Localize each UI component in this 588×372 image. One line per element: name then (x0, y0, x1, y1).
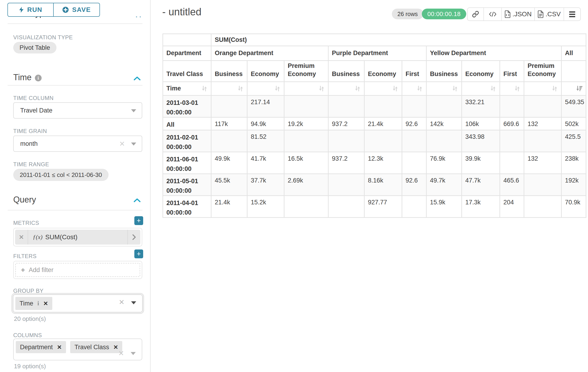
share-link-button[interactable] (468, 8, 484, 21)
remove-chip-icon[interactable]: ✕ (113, 344, 118, 351)
sort-arrows-icon[interactable] (551, 85, 558, 92)
travel-class-header: Premium Economy (524, 61, 561, 82)
sort-header[interactable] (364, 82, 402, 96)
save-button[interactable]: SAVE (53, 3, 100, 17)
x-icon[interactable]: ✕ (119, 140, 125, 148)
group-by-chip-time[interactable]: Time i ✕ (15, 297, 52, 310)
value-cell: 343.98 (462, 130, 500, 152)
value-cell: 15.2k (247, 196, 284, 218)
sort-header[interactable] (427, 82, 462, 96)
filters-control: + Add filter (13, 261, 142, 279)
more-dots-icon (136, 16, 141, 17)
sort-header[interactable] (284, 82, 328, 96)
value-cell: 49.7k (427, 174, 462, 196)
pivot-table: SUM(Cost)DepartmentOrange DepartmentPurp… (162, 33, 586, 218)
value-cell: 81.52 (247, 130, 284, 152)
sort-arrows-icon[interactable] (354, 85, 361, 92)
export-csv-button[interactable]: .CSV (535, 8, 564, 21)
query-timer-badge: 00:00:00.18 (422, 9, 466, 19)
table-row: 2011-05-01 00:00:0045.5k37.7k2.69k8.16k9… (163, 174, 586, 196)
sort-header[interactable] (524, 82, 561, 96)
value-cell: 45.5k (211, 174, 247, 196)
export-json-button[interactable]: .JSON (502, 8, 535, 21)
time-grain-select[interactable]: month ✕ (13, 136, 142, 152)
remove-chip-icon[interactable]: ✕ (43, 300, 48, 307)
columns-chip-travel-class[interactable]: Travel Class ✕ (70, 341, 122, 353)
value-cell: 8.16k (364, 174, 402, 196)
value-cell (364, 96, 402, 117)
query-section-header: Query (13, 195, 36, 205)
sort-arrows-icon[interactable] (200, 85, 208, 92)
pivot-table-container: SUM(Cost)DepartmentOrange DepartmentPurp… (162, 33, 586, 218)
value-cell (364, 130, 402, 152)
sort-arrows-icon[interactable] (391, 85, 399, 92)
metrics-control: ✕ ƒ(x) SUM(Cost) (13, 228, 142, 246)
remove-metric-icon[interactable]: ✕ (15, 230, 28, 244)
value-cell: 549.35 (561, 96, 586, 117)
value-cell: 132 (524, 152, 561, 174)
value-cell (427, 130, 462, 152)
columns-label: COLUMNS (13, 332, 42, 339)
sort-header[interactable] (500, 82, 524, 96)
value-cell (524, 130, 561, 152)
info-icon: i (37, 300, 39, 307)
remove-chip-icon[interactable]: ✕ (57, 344, 62, 351)
value-cell (524, 174, 561, 196)
group-by-options-hint: 20 option(s) (14, 315, 46, 322)
visualization-type-value[interactable]: Pivot Table (13, 42, 56, 53)
value-cell (500, 130, 524, 152)
run-button[interactable]: RUN (7, 3, 53, 17)
sort-arrows-icon[interactable] (416, 85, 423, 92)
travel-class-header: Business (211, 61, 247, 82)
sort-descending-icon[interactable] (576, 85, 583, 92)
superset-explore-page: { "colors": { "accent_teal": "#2e7f9e", … (0, 0, 588, 372)
sort-header[interactable] (247, 82, 284, 96)
group-by-label: GROUP BY (13, 287, 43, 294)
value-cell: 92.6 (402, 174, 427, 196)
time-grain-label: TIME GRAIN (13, 128, 47, 134)
embed-code-button[interactable] (484, 8, 502, 21)
add-filter-dropzone[interactable]: + Add filter (15, 263, 140, 277)
value-cell: 94.9k (247, 117, 284, 130)
sort-header-time[interactable]: Time (163, 82, 211, 96)
columns-options-hint: 19 option(s) (14, 363, 46, 370)
chevron-up-icon[interactable] (134, 76, 141, 81)
sort-header[interactable] (402, 82, 427, 96)
value-cell: 238k (561, 152, 586, 174)
sort-arrows-icon[interactable] (451, 85, 459, 92)
add-metric-button[interactable]: + (134, 216, 143, 225)
sort-header[interactable] (462, 82, 500, 96)
value-cell: 39.9k (462, 152, 500, 174)
sort-header[interactable] (328, 82, 364, 96)
sort-header[interactable] (561, 82, 586, 96)
table-row: 2011-04-01 00:00:0021.4k15.2k927.7715.9k… (163, 196, 586, 218)
add-filter-button[interactable]: + (134, 249, 143, 258)
group-by-select[interactable]: Time i ✕ ✕ (13, 294, 143, 312)
value-cell: 132 (524, 117, 561, 130)
sort-arrows-icon[interactable] (273, 85, 281, 92)
time-range-value[interactable]: 2011-01-01 ≤ col < 2011-06-30 (13, 169, 108, 181)
sort-header[interactable] (211, 82, 247, 96)
sort-arrows-icon[interactable] (489, 85, 497, 92)
section-divider (8, 85, 142, 85)
time-column-select[interactable]: Travel Date (13, 102, 142, 118)
value-cell: 937.2 (328, 152, 364, 174)
sort-arrows-icon[interactable] (237, 85, 244, 92)
row-dimension-header: Department (163, 46, 211, 61)
chevron-up-icon[interactable] (134, 198, 141, 203)
sort-arrows-icon[interactable] (513, 85, 521, 92)
chart-title[interactable]: - untitled (162, 6, 201, 18)
metric-item[interactable]: ✕ ƒ(x) SUM(Cost) (15, 230, 140, 244)
export-csv-label: .CSV (546, 11, 561, 18)
more-menu-button[interactable] (564, 8, 580, 21)
sort-arrows-icon[interactable] (318, 85, 325, 92)
time-section-header: Time i (13, 73, 42, 82)
value-cell: 41.7k (247, 152, 284, 174)
columns-select[interactable]: Department ✕ Travel Class ✕ ✕ (13, 339, 142, 360)
chevron-right-icon[interactable] (127, 230, 140, 244)
columns-chip-department[interactable]: Department ✕ (16, 341, 66, 353)
value-cell: 16.5k (284, 152, 328, 174)
value-cell (284, 130, 328, 152)
clear-all-icon[interactable]: ✕ (118, 349, 124, 357)
clear-all-icon[interactable]: ✕ (119, 298, 125, 306)
